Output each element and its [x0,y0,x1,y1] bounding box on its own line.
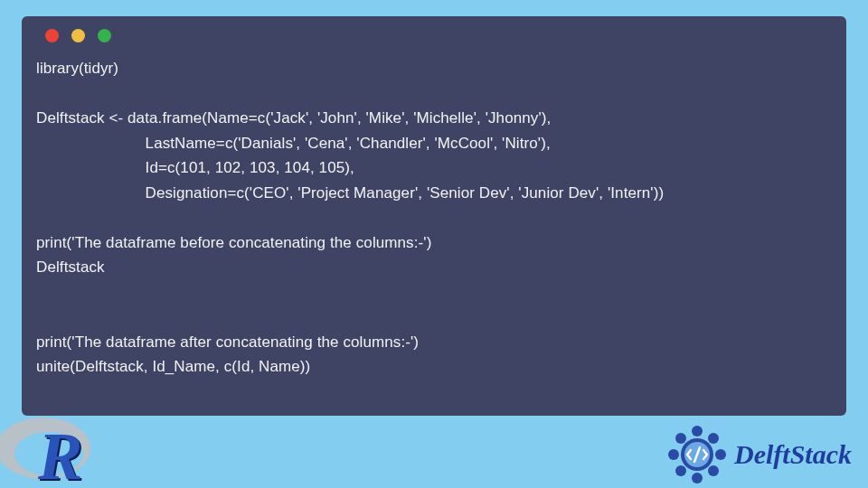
close-icon [45,29,59,42]
svg-point-10 [668,449,679,460]
code-block: library(tidyr) Delftstack <- data.frame(… [36,56,832,380]
code-window: library(tidyr) Delftstack <- data.frame(… [22,16,846,416]
svg-text:R: R [37,419,82,488]
brand-name: DelftStack [734,439,852,470]
window-titlebar [36,16,832,54]
svg-point-4 [692,426,703,436]
svg-point-11 [675,433,686,444]
delftstack-brand: DelftStack [665,423,852,486]
svg-point-8 [692,473,703,483]
maximize-icon [98,29,111,42]
svg-point-5 [708,433,719,444]
svg-point-6 [715,449,726,460]
delftstack-logo-icon [665,423,729,486]
minimize-icon [71,29,85,42]
r-language-logo-icon: R R [0,401,108,488]
svg-point-7 [708,465,719,476]
svg-point-9 [675,465,686,476]
